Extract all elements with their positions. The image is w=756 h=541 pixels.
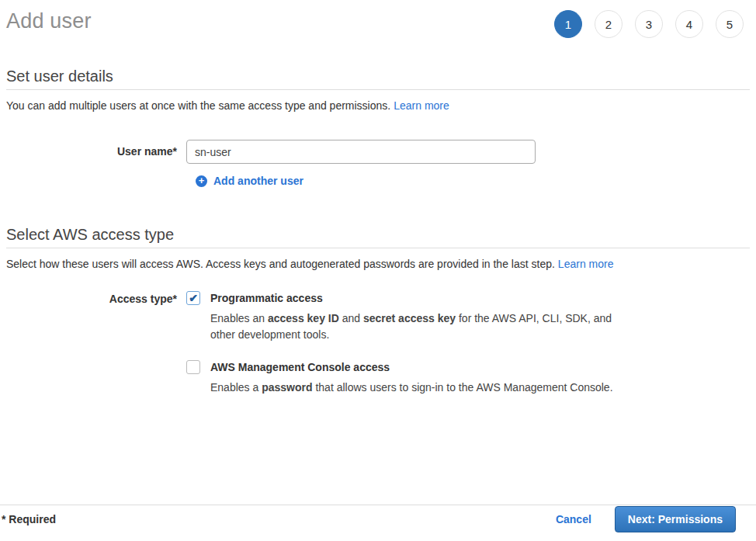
page-header: Add user 1 2 3 4 5 <box>0 0 756 38</box>
checkmark-icon: ✔ <box>189 293 198 303</box>
user-name-label: User name* <box>6 140 186 164</box>
desc-bold-text: access key ID <box>268 312 339 324</box>
section-access-type-description: Select how these users will access AWS. … <box>6 258 750 270</box>
option-programmatic-access: ✔ Programmatic access Enables an access … <box>186 291 620 343</box>
add-another-user-button[interactable]: + Add another user <box>196 175 303 187</box>
desc-text: and <box>339 312 363 324</box>
access-type-options: ✔ Programmatic access Enables an access … <box>186 291 620 396</box>
section-user-details-heading: Set user details <box>6 68 750 90</box>
programmatic-access-label[interactable]: Programmatic access <box>210 291 620 305</box>
wizard-step-2: 2 <box>595 10 622 38</box>
console-access-content: AWS Management Console access Enables a … <box>210 360 613 396</box>
desc-bold-text: secret access key <box>363 312 456 324</box>
wizard-step-5: 5 <box>716 10 744 38</box>
user-name-row: User name* <box>6 140 750 164</box>
desc-text: Enables a <box>210 381 262 394</box>
section-user-details-description-text: You can add multiple users at once with … <box>6 99 390 112</box>
wizard-footer: * Required Cancel Next: Permissions <box>0 505 756 541</box>
programmatic-access-checkbox[interactable]: ✔ <box>186 291 200 305</box>
page-title: Add user <box>6 9 92 33</box>
desc-text: that allows users to sign-in to the AWS … <box>313 381 613 394</box>
required-note: * Required <box>2 513 56 525</box>
desc-text: Enables an <box>210 312 268 324</box>
section-user-details-description: You can add multiple users at once with … <box>6 99 750 112</box>
cancel-button[interactable]: Cancel <box>556 513 591 525</box>
add-another-user-label: Add another user <box>213 175 303 187</box>
option-console-access: AWS Management Console access Enables a … <box>186 360 620 396</box>
wizard-step-4: 4 <box>675 10 703 38</box>
section-access-type-description-text: Select how these users will access AWS. … <box>6 258 555 270</box>
section-access-type-heading: Select AWS access type <box>6 226 750 248</box>
user-name-input[interactable] <box>186 140 536 164</box>
section-access-type: Select AWS access type Select how these … <box>6 226 750 396</box>
user-details-learn-more-link[interactable]: Learn more <box>394 99 449 112</box>
access-type-row: Access type* ✔ Programmatic access Enabl… <box>6 291 750 396</box>
access-type-learn-more-link[interactable]: Learn more <box>558 258 614 270</box>
programmatic-access-content: Programmatic access Enables an access ke… <box>210 291 620 343</box>
console-access-description: Enables a password that allows users to … <box>210 380 613 396</box>
access-type-label: Access type* <box>6 291 186 396</box>
section-user-details: Set user details You can add multiple us… <box>6 68 750 187</box>
console-access-label[interactable]: AWS Management Console access <box>210 360 613 374</box>
desc-bold-text: password <box>262 381 312 394</box>
programmatic-access-description: Enables an access key ID and secret acce… <box>210 310 620 343</box>
plus-circle-icon: + <box>196 175 207 187</box>
next-permissions-button[interactable]: Next: Permissions <box>615 506 736 532</box>
wizard-step-1: 1 <box>554 10 582 38</box>
wizard-step-indicator: 1 2 3 4 5 <box>554 10 744 38</box>
wizard-step-3: 3 <box>635 10 663 38</box>
footer-actions: Cancel Next: Permissions <box>556 506 736 532</box>
console-access-checkbox[interactable] <box>186 360 200 374</box>
